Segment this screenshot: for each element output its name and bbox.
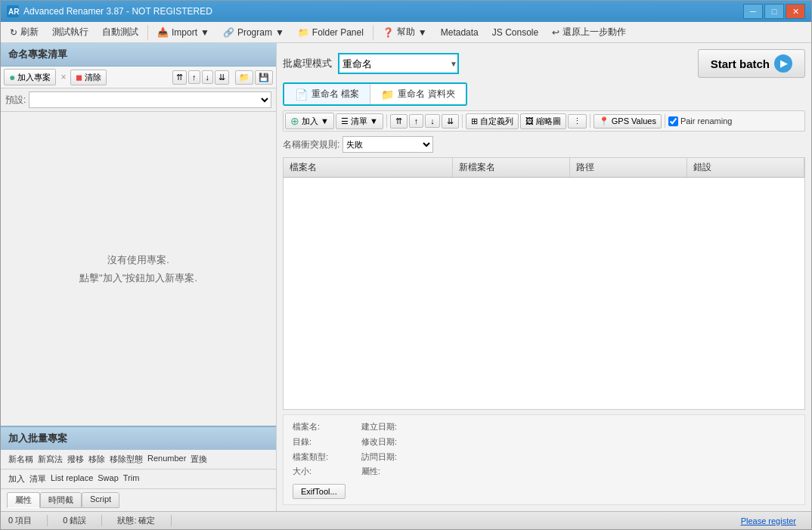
tab-timestamp[interactable]: 時間截: [40, 492, 82, 508]
info-filetype-row: 檔案類型:: [293, 450, 331, 465]
left-toolbar: ● 加入專案 × ◼ 清除 ⇈ ↑ ↓ ⇊ 📁 💾: [1, 67, 276, 88]
tab-script[interactable]: Script: [82, 492, 119, 508]
sub-add-arrow-icon: ▼: [321, 116, 329, 126]
link-move[interactable]: 撥移: [66, 453, 85, 466]
info-panel: 檔案名: 目錄: 檔案類型: 大小:: [283, 414, 805, 505]
file-folder-tabs: 📄 重命名 檔案 📁 重命名 資料夾: [283, 82, 467, 106]
pair-renaming-checkbox[interactable]: [668, 116, 678, 126]
link-add[interactable]: 加入: [7, 473, 26, 485]
revert-icon: ↩: [552, 27, 559, 38]
file-table: 檔案名 新檔案名 路徑 錯設: [283, 157, 805, 410]
right-panel: 批處理模式 重命名 複製 移動 ▼ Start batch ▶: [277, 43, 811, 511]
sub-sep-1: [386, 114, 387, 128]
link-remove-type[interactable]: 移除型態: [108, 453, 144, 466]
info-attributes-row: 屬性:: [361, 464, 400, 479]
add-project-button[interactable]: ● 加入專案: [4, 69, 56, 85]
sub-abbrev-button[interactable]: 🖼 縮略圖: [520, 113, 566, 129]
move-bottom-button[interactable]: ⇊: [215, 70, 229, 85]
menu-help[interactable]: ❓ 幫助 ▼: [377, 23, 433, 41]
move-top-button[interactable]: ⇈: [172, 70, 187, 85]
menu-import[interactable]: 📥 Import ▼: [151, 25, 215, 40]
link-list-replace[interactable]: List replace: [49, 473, 95, 485]
mode-select-wrap: 重命名 複製 移動 ▼: [338, 53, 459, 74]
sub-move-top-button[interactable]: ⇈: [390, 114, 408, 129]
menu-metadata[interactable]: Metadata: [435, 25, 485, 40]
folder-tab-label: 重命名 資料夾: [398, 88, 454, 101]
sub-custom-col-button[interactable]: ⊞ 自定義列: [466, 113, 519, 129]
menu-revert[interactable]: ↩ 還原上一步動作: [546, 23, 632, 41]
link-swap[interactable]: Swap: [96, 473, 120, 485]
help-arrow-icon: ▼: [418, 27, 427, 38]
menu-js-console[interactable]: JS Console: [486, 25, 544, 40]
maximize-button[interactable]: □: [764, 4, 784, 19]
tab-rename-folders[interactable]: 📁 重命名 資料夾: [370, 84, 465, 104]
conflict-select[interactable]: 失敗 跳過 覆蓋: [342, 136, 433, 153]
folder-tab-icon: 📁: [381, 88, 394, 101]
sub-ellipsis-button[interactable]: ⋮: [568, 114, 587, 129]
close-button[interactable]: ✕: [786, 4, 805, 19]
menu-test-run[interactable]: 測試執行: [46, 23, 95, 41]
sub-move-down-button[interactable]: ↓: [425, 114, 440, 128]
conflict-row: 名稱衝突規則: 失敗 跳過 覆蓋: [283, 136, 805, 153]
menu-program[interactable]: 🔗 Program ▼: [217, 25, 290, 40]
link-renumber[interactable]: Renumber: [146, 453, 188, 466]
move-down-button[interactable]: ↓: [202, 70, 214, 84]
sub-move-bottom-button[interactable]: ⇊: [442, 114, 459, 129]
link-replace[interactable]: 置換: [189, 453, 209, 466]
minimize-button[interactable]: ─: [743, 4, 763, 19]
program-arrow-icon: ▼: [275, 27, 284, 38]
link-list[interactable]: 清單: [28, 473, 48, 485]
batch-links-row2: 加入 清單 List replace Swap Trim: [1, 470, 276, 489]
menu-folder-panel[interactable]: 📁 Folder Panel: [292, 25, 370, 40]
info-filename-label: 檔案名:: [293, 420, 320, 435]
preset-select[interactable]: [29, 91, 271, 108]
tab-attributes[interactable]: 屬性: [7, 492, 40, 508]
title-bar: AR Advanced Renamer 3.87 - NOT REGISTERE…: [1, 1, 811, 22]
items-count: 0 項目: [8, 515, 48, 526]
file-folder-tabs-row: 📄 重命名 檔案 📁 重命名 資料夾: [283, 82, 805, 106]
save-button[interactable]: 💾: [255, 70, 273, 85]
sub-sep-3: [590, 114, 590, 128]
sub-add-button[interactable]: ⊕ 加入 ▼: [285, 113, 334, 129]
pair-renaming-checkbox-label[interactable]: Pair renaming: [668, 116, 732, 126]
custom-col-icon: ⊞: [471, 116, 478, 126]
info-attributes-label: 屬性:: [361, 464, 380, 479]
col-new-filename: 新檔案名: [453, 158, 570, 177]
open-folder-button[interactable]: 📁: [235, 70, 253, 85]
sub-toolbar: ⊕ 加入 ▼ ☰ 清單 ▼ ⇈ ↑ ↓ ⇊ ⊞ 自定義列: [283, 110, 805, 132]
sub-sep-2: [462, 114, 463, 128]
info-created-row: 建立日期:: [361, 420, 400, 435]
link-new-name[interactable]: 新名稱: [7, 453, 35, 466]
register-link[interactable]: Please register: [741, 516, 804, 525]
window-controls: ─ □ ✕: [743, 4, 805, 19]
empty-text-line2: 點擊"加入"按鈕加入新專案.: [79, 269, 197, 287]
sub-list-button[interactable]: ☰ 清單 ▼: [336, 113, 383, 129]
program-icon: 🔗: [223, 27, 234, 38]
info-modified-label: 修改日期:: [361, 435, 397, 450]
clear-button[interactable]: ◼ 清除: [70, 70, 107, 85]
info-directory-row: 目錄:: [293, 435, 331, 450]
link-new-method[interactable]: 新寫法: [36, 453, 64, 466]
move-up-button[interactable]: ↑: [188, 70, 200, 84]
info-left: 檔案名: 目錄: 檔案類型: 大小:: [293, 420, 331, 479]
errors-count: 0 錯誤: [48, 515, 102, 526]
mode-select[interactable]: 重命名 複製 移動: [338, 53, 459, 74]
ellipsis-icon: ⋮: [573, 116, 581, 126]
tab-rename-files[interactable]: 📄 重命名 檔案: [284, 84, 370, 104]
abbrev-icon: 🖼: [525, 116, 534, 126]
batch-project-section: 加入批量專案 新名稱 新寫法 撥移 移除 移除型態 Renumber 置換 加入…: [1, 426, 276, 511]
sub-move-up-button[interactable]: ↑: [409, 114, 424, 128]
refresh-icon: ↻: [10, 27, 17, 38]
import-arrow-icon: ▼: [200, 27, 209, 38]
col-path: 路徑: [570, 158, 687, 177]
sub-gps-button[interactable]: 📍 GPS Values: [594, 114, 662, 129]
exif-tool-button[interactable]: ExifTool...: [293, 484, 346, 499]
menu-auto-test[interactable]: 自動測試: [96, 23, 144, 41]
menu-refresh[interactable]: ↻ 刷新: [4, 23, 45, 41]
link-remove[interactable]: 移除: [87, 453, 107, 466]
info-modified-row: 修改日期:: [361, 435, 400, 450]
conflict-label: 名稱衝突規則:: [283, 138, 339, 151]
link-trim[interactable]: Trim: [122, 473, 141, 485]
sub-list-icon: ☰: [341, 116, 349, 126]
start-batch-button[interactable]: Start batch ▶: [698, 49, 805, 78]
